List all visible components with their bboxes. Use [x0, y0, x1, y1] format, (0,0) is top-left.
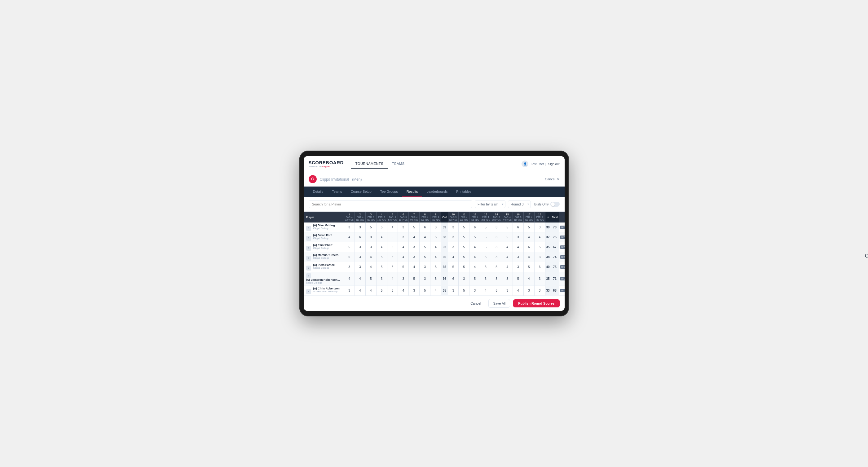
hole-1-score[interactable]: 5 — [344, 252, 355, 262]
hole-12-score[interactable]: 4 — [469, 242, 480, 252]
hole-5-score[interactable]: 3 — [387, 252, 398, 262]
hole-7-score[interactable]: 3 — [409, 242, 420, 252]
tab-printables[interactable]: Printables — [452, 187, 476, 197]
hole-12-score[interactable]: 4 — [469, 262, 480, 272]
hole-2-score[interactable]: 3 — [354, 262, 365, 272]
hole-17-score[interactable]: 6 — [523, 242, 534, 252]
hole-3-score[interactable]: 5 — [365, 272, 376, 285]
hole-6-score[interactable]: 4 — [398, 252, 409, 262]
hole-12-score[interactable]: 3 — [469, 285, 480, 295]
hole-5-score[interactable]: 3 — [387, 262, 398, 272]
hole-10-score[interactable]: 4 — [448, 252, 459, 262]
hole-10-score[interactable]: 5 — [448, 262, 459, 272]
hole-17-score[interactable]: 5 — [523, 222, 534, 232]
hole-9-score[interactable]: 5 — [430, 232, 441, 242]
hole-4-score[interactable]: 4 — [376, 232, 387, 242]
hole-15-score[interactable]: 4 — [502, 242, 513, 252]
hole-6-score[interactable]: 4 — [398, 285, 409, 295]
hole-16-score[interactable]: 3 — [513, 262, 523, 272]
tab-details[interactable]: Details — [309, 187, 328, 197]
hole-14-score[interactable]: 5 — [491, 262, 502, 272]
tab-tee-groups[interactable]: Tee Groups — [376, 187, 402, 197]
hole-18-score[interactable]: 5 — [534, 242, 545, 252]
search-input[interactable] — [309, 200, 472, 208]
hole-17-score[interactable]: 4 — [523, 272, 534, 285]
hole-15-score[interactable]: 5 — [502, 222, 513, 232]
hole-3-score[interactable]: 5 — [365, 222, 376, 232]
hole-8-score[interactable]: 4 — [420, 232, 430, 242]
hole-3-score[interactable]: 3 — [365, 232, 376, 242]
hole-16-score[interactable]: 3 — [513, 252, 523, 262]
hole-7-score[interactable]: 3 — [409, 285, 420, 295]
hole-6-score[interactable]: 4 — [398, 242, 409, 252]
round-select[interactable]: Round 3 — [508, 200, 531, 208]
hole-10-score[interactable]: 3 — [448, 222, 459, 232]
hole-3-score[interactable]: 4 — [365, 252, 376, 262]
hole-16-score[interactable]: 4 — [513, 242, 523, 252]
hole-8-score[interactable]: 6 — [420, 222, 430, 232]
hole-5-score[interactable]: 3 — [387, 285, 398, 295]
hole-6-score[interactable]: 3 — [398, 232, 409, 242]
hole-13-score[interactable]: 5 — [480, 252, 491, 262]
hole-6-score[interactable]: 3 — [398, 272, 409, 285]
hole-2-score[interactable]: 4 — [354, 285, 365, 295]
hole-4-score[interactable]: 5 — [376, 222, 387, 232]
hole-7-score[interactable]: 5 — [409, 272, 420, 285]
hole-13-score[interactable]: 5 — [480, 222, 491, 232]
hole-1-score[interactable]: 3 — [344, 262, 355, 272]
hole-17-score[interactable]: 4 — [523, 252, 534, 262]
hole-3-score[interactable]: 4 — [365, 285, 376, 295]
hole-11-score[interactable]: 5 — [459, 285, 469, 295]
hole-16-score[interactable]: 6 — [513, 222, 523, 232]
hole-17-score[interactable]: 5 — [523, 262, 534, 272]
hole-11-score[interactable]: 5 — [459, 242, 469, 252]
tab-teams[interactable]: Teams — [328, 187, 346, 197]
hole-3-score[interactable]: 3 — [365, 242, 376, 252]
hole-6-score[interactable]: 5 — [398, 262, 409, 272]
hole-10-score[interactable]: 3 — [448, 285, 459, 295]
hole-8-score[interactable]: 3 — [420, 262, 430, 272]
hole-9-score[interactable]: 5 — [430, 272, 441, 285]
hole-7-score[interactable]: 3 — [409, 252, 420, 262]
hole-12-score[interactable]: 5 — [469, 232, 480, 242]
hole-7-score[interactable]: 4 — [409, 262, 420, 272]
hole-14-score[interactable]: 3 — [491, 272, 502, 285]
hole-13-score[interactable]: 4 — [480, 285, 491, 295]
tab-course-setup[interactable]: Course Setup — [346, 187, 376, 197]
cancel-top-button[interactable]: Cancel ✕ — [545, 177, 559, 181]
nav-teams[interactable]: TEAMS — [388, 159, 409, 168]
hole-18-score[interactable]: 6 — [534, 262, 545, 272]
hole-18-score[interactable]: 3 — [534, 222, 545, 232]
hole-15-score[interactable]: 4 — [502, 252, 513, 262]
hole-18-score[interactable]: 4 — [534, 232, 545, 242]
hole-13-score[interactable]: 3 — [480, 272, 491, 285]
hole-10-score[interactable]: 6 — [448, 272, 459, 285]
hole-2-score[interactable]: 6 — [354, 232, 365, 242]
hole-9-score[interactable]: 4 — [430, 285, 441, 295]
hole-17-score[interactable]: 3 — [523, 285, 534, 295]
hole-8-score[interactable]: 5 — [420, 242, 430, 252]
save-all-button[interactable]: Save All — [488, 299, 510, 308]
hole-15-score[interactable]: 4 — [502, 262, 513, 272]
hole-11-score[interactable]: 5 — [459, 222, 469, 232]
hole-13-score[interactable]: 5 — [480, 232, 491, 242]
tab-leaderboards[interactable]: Leaderboards — [422, 187, 452, 197]
hole-4-score[interactable]: 5 — [376, 285, 387, 295]
cancel-button[interactable]: Cancel — [466, 299, 485, 307]
hole-9-score[interactable]: 5 — [430, 262, 441, 272]
totals-only-toggle[interactable] — [550, 202, 560, 207]
hole-17-score[interactable]: 4 — [523, 232, 534, 242]
hole-4-score[interactable]: 4 — [376, 242, 387, 252]
hole-15-score[interactable]: 3 — [502, 272, 513, 285]
hole-14-score[interactable]: 3 — [491, 222, 502, 232]
hole-15-score[interactable]: 3 — [502, 285, 513, 295]
hole-14-score[interactable]: 3 — [491, 242, 502, 252]
hole-6-score[interactable]: 3 — [398, 222, 409, 232]
hole-11-score[interactable]: 3 — [459, 272, 469, 285]
hole-3-score[interactable]: 4 — [365, 262, 376, 272]
hole-2-score[interactable]: 3 — [354, 242, 365, 252]
hole-13-score[interactable]: 3 — [480, 262, 491, 272]
tab-results[interactable]: Results — [402, 187, 423, 197]
hole-7-score[interactable]: 4 — [409, 232, 420, 242]
hole-9-score[interactable]: 3 — [430, 222, 441, 232]
